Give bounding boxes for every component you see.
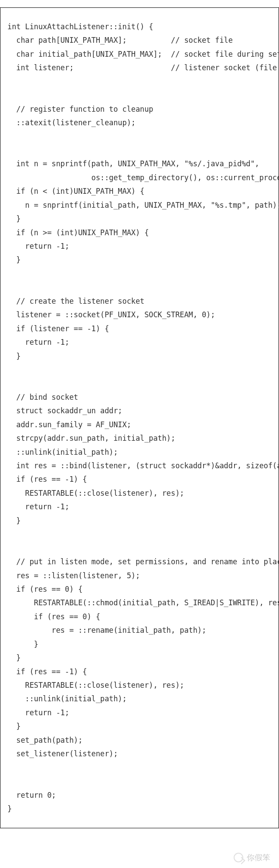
watermark-text: 你假笨 xyxy=(247,852,270,863)
watermark-icon xyxy=(234,853,243,862)
code-content: int LinuxAttachListener::init() { char p… xyxy=(7,22,279,813)
watermark: 你假笨 xyxy=(234,852,270,863)
code-block: int LinuxAttachListener::init() { char p… xyxy=(0,7,279,828)
